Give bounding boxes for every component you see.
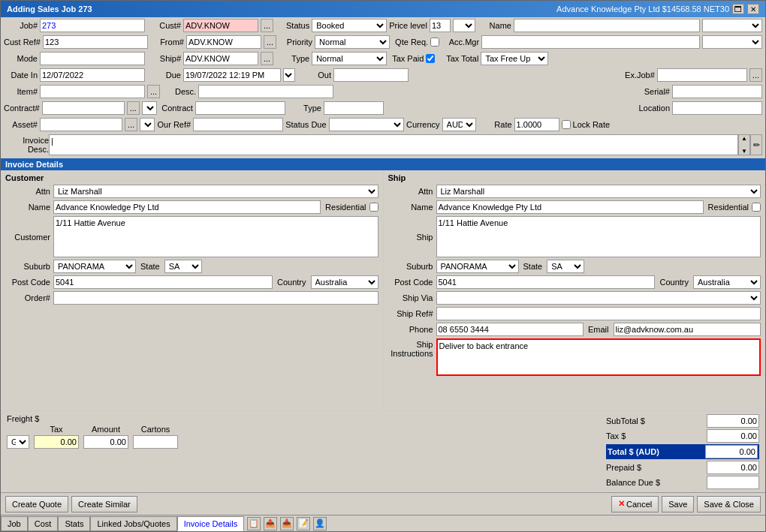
invoice-desc-scrollbar[interactable]: ▲ ▼ xyxy=(738,134,750,155)
location-field[interactable] xyxy=(672,101,762,115)
customer-state-select[interactable]: SA xyxy=(164,260,202,273)
ship-dots-button[interactable]: ... xyxy=(261,52,273,65)
ship-via-select[interactable] xyxy=(436,291,761,305)
contract-hash-dots-button[interactable]: ... xyxy=(127,101,140,115)
create-similar-button[interactable]: Create Similar xyxy=(71,496,137,512)
price-level-field[interactable] xyxy=(430,19,451,32)
ship-phone-field[interactable] xyxy=(436,323,584,336)
cust-field[interactable] xyxy=(183,19,258,32)
desc-field[interactable] xyxy=(198,85,333,98)
freight-amount-field[interactable] xyxy=(83,435,128,449)
status-due-select[interactable] xyxy=(329,118,404,131)
contract-hash-field[interactable] xyxy=(42,101,125,115)
price-level-select[interactable] xyxy=(453,19,475,32)
contract-field[interactable] xyxy=(195,101,285,115)
invoice-desc-edit-button[interactable]: ✏ xyxy=(750,134,762,155)
due-select[interactable] xyxy=(283,68,295,82)
create-quote-button[interactable]: Create Quote xyxy=(5,496,68,512)
total-value xyxy=(705,445,758,458)
ship-email-field[interactable] xyxy=(614,323,761,336)
job-field[interactable] xyxy=(40,19,145,32)
item-dots-button[interactable]: ... xyxy=(147,85,160,98)
ship-field[interactable] xyxy=(183,52,258,65)
currency-select[interactable]: AUD xyxy=(442,118,476,131)
freight-cartons-field[interactable] xyxy=(133,435,178,449)
tax-total-select[interactable]: Tax Free UpTax InclusiveTax Exclusive xyxy=(481,52,548,65)
customer-address-field[interactable]: 1/11 Hattie Avenue xyxy=(53,216,378,257)
cust-dots-button[interactable]: ... xyxy=(261,19,273,32)
cust-ref-field[interactable] xyxy=(43,35,148,49)
ship-address-field[interactable]: 1/11 Hattie Avenue xyxy=(436,216,761,257)
priority-select[interactable]: NormalHighLow xyxy=(315,35,390,49)
customer-country-select[interactable]: Australia xyxy=(311,275,378,289)
from-field[interactable] xyxy=(186,35,261,49)
ship-ref-field[interactable] xyxy=(436,307,761,320)
total-label: Total $ (AUD) xyxy=(608,447,659,456)
tab-icon-5[interactable]: 👤 xyxy=(313,517,327,530)
asset-field[interactable] xyxy=(40,118,122,131)
ship-instructions-field[interactable]: Deliver to back entrance xyxy=(436,338,761,376)
date-in-field[interactable] xyxy=(40,68,145,82)
invoice-desc-field[interactable]: | xyxy=(49,134,738,155)
form-row-3: Mode Ship# ... Type NormalTax Free Tax P… xyxy=(1,50,765,67)
ship-name-field[interactable] xyxy=(436,200,704,214)
name-field[interactable] xyxy=(514,19,700,32)
ship-phone-row: Phone Email xyxy=(388,323,761,336)
customer-postcode-field[interactable] xyxy=(53,275,273,289)
acc-mgr-select[interactable] xyxy=(702,35,762,49)
invoice-desc-label: Invoice Desc. xyxy=(4,134,49,155)
ship-residential-checkbox[interactable] xyxy=(752,203,761,212)
customer-suburb-select[interactable]: PANORAMA xyxy=(53,260,136,273)
ship-attn-select[interactable]: Liz Marshall xyxy=(436,185,761,198)
mode-field[interactable] xyxy=(40,52,145,65)
lock-rate-checkbox[interactable] xyxy=(562,120,571,129)
acc-mgr-field[interactable] xyxy=(481,35,700,49)
minimize-button[interactable]: 🗖 xyxy=(732,4,744,14)
tab-stats[interactable]: Stats xyxy=(58,516,90,531)
ship-name-label: Name xyxy=(388,203,433,212)
tab-icon-2[interactable]: 📤 xyxy=(264,517,277,530)
cancel-button[interactable]: ✕ Cancel xyxy=(611,496,659,512)
contract-hash-select[interactable] xyxy=(142,101,157,115)
tab-icon-4[interactable]: 📝 xyxy=(297,517,310,530)
save-button[interactable]: Save xyxy=(662,496,694,512)
our-ref-field[interactable] xyxy=(193,118,283,131)
name-select[interactable] xyxy=(702,19,762,32)
ship-state-select[interactable]: SA xyxy=(547,260,584,273)
tax-paid-checkbox[interactable] xyxy=(426,54,435,63)
serial-field[interactable] xyxy=(672,85,762,98)
invoice-details-body: Customer Attn Liz Marshall Name Resident… xyxy=(1,170,765,410)
ship-suburb-select[interactable]: PANORAMA xyxy=(436,260,519,273)
freight-tax-field[interactable] xyxy=(34,435,79,449)
asset-dots-button[interactable]: ... xyxy=(125,118,137,131)
rate-field[interactable] xyxy=(514,118,559,131)
item-field[interactable] xyxy=(40,85,145,98)
ship-country-select[interactable]: Australia xyxy=(693,275,761,289)
ex-job-dots-button[interactable]: ... xyxy=(749,68,762,82)
customer-order-field[interactable] xyxy=(53,291,378,305)
customer-residential-checkbox[interactable] xyxy=(369,203,378,212)
priority-label: Priority xyxy=(279,38,312,47)
save-close-button[interactable]: Save & Close xyxy=(697,496,761,512)
customer-name-field[interactable] xyxy=(53,200,321,214)
qte-req-checkbox[interactable] xyxy=(430,38,439,47)
type-select[interactable]: NormalTax Free xyxy=(312,52,387,65)
asset-select[interactable] xyxy=(140,118,155,131)
tab-icon-3[interactable]: 📥 xyxy=(280,517,294,530)
tab-invoice-details[interactable]: Invoice Details xyxy=(177,516,245,531)
out-field[interactable] xyxy=(333,68,409,82)
tab-icon-1[interactable]: 📋 xyxy=(247,517,261,530)
tab-linked-jobs-quotes[interactable]: Linked Jobs/Quotes xyxy=(90,516,176,531)
status-select[interactable]: BookedIn ProgressComplete xyxy=(312,19,387,32)
tab-cost[interactable]: Cost xyxy=(28,516,59,531)
tab-job[interactable]: Job xyxy=(1,516,28,531)
from-dots-button[interactable]: ... xyxy=(264,35,276,49)
ship-postcode-field[interactable] xyxy=(436,275,656,289)
type2-field[interactable] xyxy=(324,101,384,115)
customer-attn-select[interactable]: Liz Marshall xyxy=(53,185,378,198)
freight-type-select[interactable]: G xyxy=(7,435,29,449)
customer-attn-label: Attn xyxy=(5,187,50,196)
close-button[interactable]: ✕ xyxy=(747,4,759,14)
due-field[interactable] xyxy=(183,68,281,82)
ex-job-field[interactable] xyxy=(657,68,747,82)
